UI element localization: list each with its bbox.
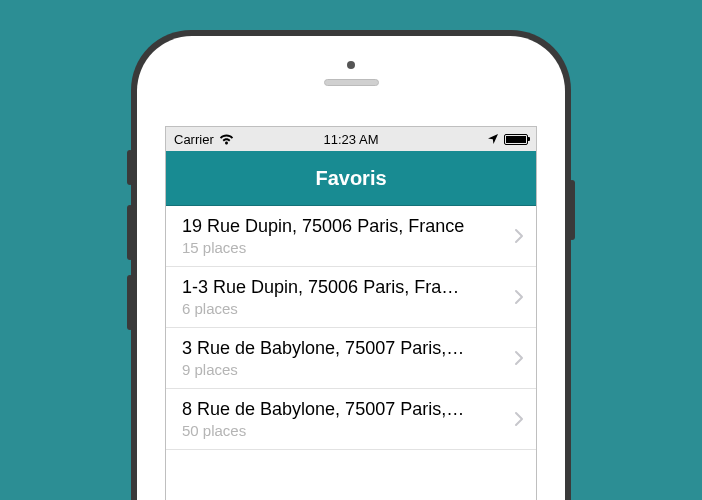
list-item[interactable]: 8 Rue de Babylone, 75007 Paris,… 50 plac… (166, 389, 536, 450)
list-item[interactable]: 1-3 Rue Dupin, 75006 Paris, Fra… 6 place… (166, 267, 536, 328)
speaker-slot-icon (324, 79, 379, 86)
list-item-title: 19 Rue Dupin, 75006 Paris, France (182, 216, 506, 237)
list-item-subtitle: 50 places (182, 422, 506, 439)
carrier-label: Carrier (174, 132, 214, 147)
list-item-title: 8 Rue de Babylone, 75007 Paris,… (182, 399, 506, 420)
list-item[interactable]: 19 Rue Dupin, 75006 Paris, France 15 pla… (166, 206, 536, 267)
list-item-subtitle: 15 places (182, 239, 506, 256)
chevron-right-icon (514, 350, 524, 366)
phone-body: Carrier 11:23 AM (137, 36, 565, 500)
list-item-subtitle: 6 places (182, 300, 506, 317)
status-bar: Carrier 11:23 AM (166, 127, 536, 151)
phone-side-button (127, 205, 133, 260)
phone-sensors (137, 61, 565, 86)
chevron-right-icon (514, 411, 524, 427)
list-item-title: 3 Rue de Babylone, 75007 Paris,… (182, 338, 506, 359)
battery-icon (504, 134, 528, 145)
camera-dot-icon (347, 61, 355, 69)
navigation-bar: Favoris (166, 151, 536, 206)
chevron-right-icon (514, 289, 524, 305)
page-title: Favoris (315, 167, 386, 190)
location-arrow-icon (487, 133, 499, 145)
phone-side-button (569, 180, 575, 240)
list-item-title: 1-3 Rue Dupin, 75006 Paris, Fra… (182, 277, 506, 298)
phone-frame: Carrier 11:23 AM (131, 30, 571, 500)
list-item[interactable]: 3 Rue de Babylone, 75007 Paris,… 9 place… (166, 328, 536, 389)
list-item-subtitle: 9 places (182, 361, 506, 378)
wifi-icon (219, 134, 234, 145)
status-time: 11:23 AM (324, 132, 379, 147)
favorites-list: 19 Rue Dupin, 75006 Paris, France 15 pla… (166, 206, 536, 450)
chevron-right-icon (514, 228, 524, 244)
screen: Carrier 11:23 AM (165, 126, 537, 500)
phone-side-button (127, 150, 133, 185)
phone-side-button (127, 275, 133, 330)
